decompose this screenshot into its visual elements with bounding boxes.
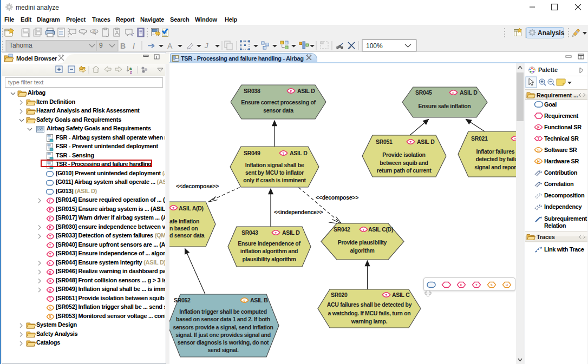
svg-text:Ensure correct processing of: Ensure correct processing of xyxy=(241,99,316,105)
svg-text:sensor data: sensor data xyxy=(263,107,293,114)
svg-text:Ensure safe inflation: Ensure safe inflation xyxy=(419,103,471,109)
svg-text:ASIL C: ASIL C xyxy=(392,292,410,298)
svg-text:ASIL D: ASIL D xyxy=(282,229,300,236)
svg-text:SR042: SR042 xyxy=(334,226,350,233)
svg-text:ASIL D: ASIL D xyxy=(297,88,315,94)
svg-text:S: S xyxy=(537,148,540,152)
svg-text:T: T xyxy=(386,294,388,297)
svg-text:Inflation signal shall be: Inflation signal shall be xyxy=(245,162,304,168)
svg-text:a watchdog. If MCU fails, turn: a watchdog. If MCU fails, turn on xyxy=(328,310,411,316)
svg-text:SR038: SR038 xyxy=(244,88,260,94)
svg-text:S: S xyxy=(49,306,51,310)
svg-text:T: T xyxy=(49,243,51,247)
svg-text:Link with Trace: Link with Trace xyxy=(544,246,584,253)
svg-text:D: D xyxy=(49,279,51,283)
svg-text:Requirement ...: Requirement ... xyxy=(537,92,578,98)
svg-text:d sensor data: d sensor data xyxy=(169,232,205,239)
svg-text:ASIL D: ASIL D xyxy=(417,138,435,145)
svg-text:only if crash is imminent: only if crash is imminent xyxy=(243,177,306,183)
svg-text:Technical SR: Technical SR xyxy=(544,135,579,142)
svg-text:Independency: Independency xyxy=(544,203,582,210)
svg-text:algorithm: algorithm xyxy=(350,247,374,254)
svg-text:ASIL D: ASIL D xyxy=(460,89,478,96)
svg-text:D: D xyxy=(49,288,51,292)
svg-text:Goal: Goal xyxy=(544,101,557,108)
svg-text:detected by failure: detected by failure xyxy=(475,156,516,162)
svg-text:T: T xyxy=(283,152,285,155)
svg-text:ASIL B: ASIL B xyxy=(250,297,268,303)
svg-text:F: F xyxy=(452,91,454,95)
svg-text:sensors provide a signal, send: sensors provide a signal, send inflation xyxy=(173,324,273,330)
svg-text:H: H xyxy=(537,160,540,163)
svg-text:Hardware SR: Hardware SR xyxy=(544,158,579,164)
svg-text:Tahoma: Tahoma xyxy=(9,42,32,49)
svg-text:Contribution: Contribution xyxy=(544,169,578,176)
svg-text:SR052: SR052 xyxy=(174,297,191,303)
svg-text:Provide plausibility: Provide plausibility xyxy=(338,239,387,246)
svg-text:Traces: Traces xyxy=(537,234,555,240)
svg-text:based on sensor data 1 and 2.: based on sensor data 1 and 2. If both xyxy=(176,316,270,322)
svg-text:Inflator failures sh: Inflator failures sh xyxy=(476,148,516,155)
svg-text:S: S xyxy=(243,299,245,302)
svg-text:Relation: Relation xyxy=(544,222,566,229)
svg-text:afe inflation: afe inflation xyxy=(169,218,199,224)
svg-text:SR049: SR049 xyxy=(244,150,260,156)
svg-text:signal. If just one provides s: signal. If just one provides signal and xyxy=(175,332,271,338)
svg-text:Subrequirement: Subrequirement xyxy=(544,215,587,222)
svg-text:Functional SR: Functional SR xyxy=(544,124,582,130)
svg-text:T: T xyxy=(410,141,412,144)
svg-text:T: T xyxy=(275,231,277,235)
svg-text:<<decompose>>: <<decompose>> xyxy=(316,194,358,201)
svg-text:n based on: n based on xyxy=(169,225,198,231)
svg-text:D: D xyxy=(49,270,51,274)
svg-text:Requirement: Requirement xyxy=(544,112,579,119)
svg-text:signal and reported: signal and reported xyxy=(474,164,516,170)
svg-text:Ensure independence of: Ensure independence of xyxy=(238,240,300,247)
svg-text:<<independence>>: <<independence>> xyxy=(274,209,323,215)
svg-text:inflation algorithm and: inflation algorithm and xyxy=(240,248,298,254)
svg-text:F: F xyxy=(49,208,51,211)
svg-text:sent by MCU to inflator: sent by MCU to inflator xyxy=(245,169,304,176)
svg-text:I: I xyxy=(133,42,135,50)
svg-text:between squib and: between squib and xyxy=(380,160,428,166)
svg-text:T: T xyxy=(363,228,365,231)
svg-text:T: T xyxy=(173,207,175,210)
svg-text:T: T xyxy=(49,235,51,239)
svg-text:SR020: SR020 xyxy=(331,292,348,298)
svg-text:Provide isolation: Provide isolation xyxy=(382,151,426,158)
svg-text:return path of current: return path of current xyxy=(377,167,432,174)
svg-text:SR051: SR051 xyxy=(376,138,393,145)
svg-text:warning lamp.: warning lamp. xyxy=(351,318,388,325)
svg-text:F: F xyxy=(537,125,539,129)
svg-text:100%: 100% xyxy=(366,42,383,50)
svg-text:F: F xyxy=(49,217,51,221)
svg-text:Inflation trigger shall be com: Inflation trigger shall be computed xyxy=(179,308,267,315)
svg-text:ACU failures shall be detected: ACU failures shall be detected by xyxy=(327,301,412,308)
svg-text:9: 9 xyxy=(99,42,103,49)
svg-text:@: @ xyxy=(93,30,96,34)
svg-text:Correlation: Correlation xyxy=(544,181,574,187)
svg-text:ASIL C(D): ASIL C(D) xyxy=(368,226,393,233)
svg-text:sensor diagnosis is working, d: sensor diagnosis is working, do not xyxy=(178,339,269,346)
svg-text:SR021: SR021 xyxy=(471,135,488,142)
svg-text:J: J xyxy=(204,42,208,50)
svg-text:S: S xyxy=(49,315,51,319)
svg-text:H: H xyxy=(506,283,508,287)
svg-text:T: T xyxy=(537,137,539,141)
svg-text:F: F xyxy=(49,226,51,229)
svg-text:plausibility algorithm: plausibility algorithm xyxy=(243,256,296,262)
svg-text:F: F xyxy=(290,90,292,93)
svg-text:T: T xyxy=(49,297,51,301)
svg-text:B: B xyxy=(120,42,126,50)
svg-text:Software SR: Software SR xyxy=(544,147,577,153)
svg-text:TSR - Processing and failure h: TSR - Processing and failure handling - … xyxy=(181,55,304,62)
svg-text:ASIL D: ASIL D xyxy=(290,150,308,156)
svg-text:send signal.: send signal. xyxy=(207,347,238,353)
svg-text:<<decompose>>: <<decompose>> xyxy=(176,183,219,189)
svg-text:F: F xyxy=(49,199,51,203)
svg-text:S: S xyxy=(491,283,493,287)
svg-text:F: F xyxy=(49,261,51,265)
svg-text:T: T xyxy=(49,253,51,256)
svg-text:SR045: SR045 xyxy=(415,89,432,96)
svg-text:ASIL A(D): ASIL A(D) xyxy=(179,205,204,211)
